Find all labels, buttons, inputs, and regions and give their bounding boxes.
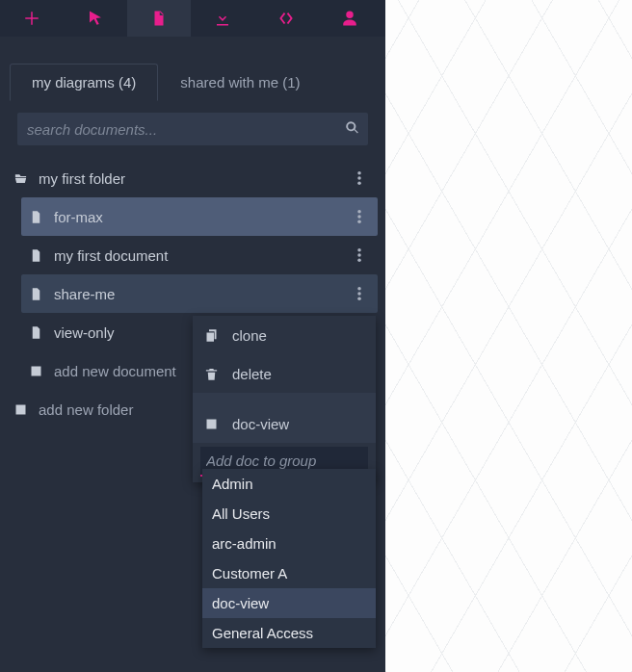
svg-point-1 <box>357 176 361 180</box>
document-icon <box>25 248 46 263</box>
document-label: view-only <box>54 324 115 341</box>
clone-icon <box>204 328 219 343</box>
svg-point-2 <box>357 182 361 186</box>
folder-open-icon <box>10 171 31 186</box>
document-row[interactable]: for-max <box>21 197 378 236</box>
menu-separator <box>193 393 376 404</box>
svg-point-3 <box>357 210 361 214</box>
tab-shared-with-me[interactable]: shared with me (1) <box>158 64 322 101</box>
group-option[interactable]: arc-admin <box>202 529 376 558</box>
search-bar <box>17 113 368 145</box>
minus-box-icon <box>204 417 219 431</box>
tab-my-diagrams[interactable]: my diagrams (4) <box>10 64 158 101</box>
toolbar-select-button[interactable] <box>64 0 127 37</box>
folder-menu-button[interactable] <box>349 171 370 185</box>
svg-point-7 <box>357 253 361 257</box>
search-input[interactable] <box>17 116 335 143</box>
document-label: for-max <box>54 209 103 225</box>
group-option[interactable]: General Access <box>202 618 376 648</box>
search-icon <box>345 120 359 135</box>
document-icon <box>25 325 46 340</box>
menu-item-group[interactable]: doc-view <box>193 404 376 443</box>
group-option[interactable]: doc-view <box>202 588 376 618</box>
add-document-label: add new document <box>54 363 176 379</box>
svg-point-10 <box>357 292 361 296</box>
document-menu-button[interactable] <box>349 210 370 223</box>
svg-point-5 <box>357 220 361 224</box>
folder-row[interactable]: my first folder <box>8 159 378 197</box>
document-label: my first document <box>54 247 168 264</box>
file-icon <box>150 10 168 27</box>
plus-box-icon <box>25 364 46 378</box>
toolbar-code-button[interactable] <box>254 0 318 37</box>
svg-point-9 <box>357 287 361 291</box>
document-menu-button[interactable] <box>349 248 370 262</box>
svg-point-4 <box>357 215 361 219</box>
plus-box-icon <box>10 402 31 417</box>
svg-point-8 <box>357 259 361 263</box>
document-tabs: my diagrams (4) shared with me (1) <box>10 64 385 101</box>
toolbar-add-button[interactable] <box>0 0 64 37</box>
download-icon <box>214 10 231 27</box>
svg-point-6 <box>357 248 361 252</box>
svg-point-11 <box>357 297 361 301</box>
menu-item-delete[interactable]: delete <box>193 354 376 393</box>
toolbar-download-button[interactable] <box>191 0 254 37</box>
add-folder-label: add new folder <box>39 401 133 418</box>
document-icon <box>25 210 46 224</box>
plus-icon <box>23 10 40 27</box>
menu-item-label: clone <box>232 327 267 344</box>
cursor-icon <box>87 10 104 27</box>
group-option[interactable]: All Users <box>202 499 376 529</box>
canvas-background[interactable] <box>385 0 632 672</box>
toolbar-documents-button[interactable] <box>127 0 191 37</box>
user-icon <box>341 10 358 27</box>
menu-item-label: doc-view <box>232 416 289 432</box>
top-toolbar <box>0 0 385 37</box>
group-option[interactable]: Admin <box>202 469 376 499</box>
group-option[interactable]: Customer A <box>202 558 376 588</box>
toolbar-user-button[interactable] <box>318 0 382 37</box>
trash-icon <box>204 367 219 381</box>
svg-point-0 <box>357 171 361 175</box>
menu-item-clone[interactable]: clone <box>193 316 376 354</box>
group-suggestion-list: Admin All Users arc-admin Customer A doc… <box>202 469 376 648</box>
document-label: share-me <box>54 286 115 302</box>
document-menu-button[interactable] <box>349 287 370 300</box>
document-icon <box>25 287 46 301</box>
document-row[interactable]: share-me <box>21 274 378 313</box>
document-context-menu: clone delete doc-view <box>193 316 376 482</box>
document-row[interactable]: my first document <box>21 236 378 274</box>
search-button[interactable] <box>335 120 368 139</box>
menu-item-label: delete <box>232 366 272 382</box>
folder-label: my first folder <box>39 170 125 187</box>
code-icon <box>277 10 295 27</box>
